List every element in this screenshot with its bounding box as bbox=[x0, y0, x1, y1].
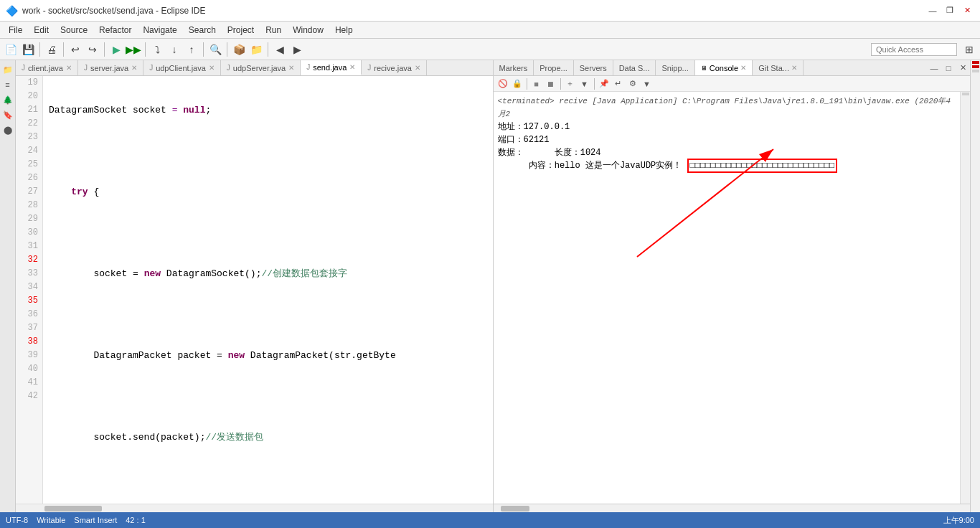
code-content[interactable]: DatagramSocket socket = null; try { sock… bbox=[43, 76, 493, 504]
menu-source[interactable]: Source bbox=[55, 24, 93, 37]
disconnect-btn[interactable]: ⏹ bbox=[545, 77, 557, 90]
code-line-23: socket = new DatagramSocket();//创建数据包套接字 bbox=[49, 267, 487, 280]
run-btn[interactable]: ▶▶ bbox=[126, 42, 141, 57]
menu-bar: File Edit Source Refactor Navigate Searc… bbox=[0, 22, 980, 39]
code-line-27: socket.send(packet);//发送数据包 bbox=[49, 430, 487, 444]
tab-markers[interactable]: Markers bbox=[494, 60, 534, 75]
line-num-30: 30 bbox=[20, 226, 38, 240]
new-btn[interactable]: 📄 bbox=[3, 42, 19, 57]
breakpoint-icon[interactable]: ⬤ bbox=[1, 123, 14, 136]
tab-close-send[interactable]: ✕ bbox=[349, 63, 355, 71]
step-return-btn[interactable]: ↑ bbox=[184, 42, 199, 57]
console-right-gutter bbox=[960, 92, 970, 504]
redo-btn[interactable]: ↪ bbox=[85, 42, 100, 57]
status-smart-insert: Smart Insert bbox=[74, 516, 117, 524]
tab-close-udpserver[interactable]: ✕ bbox=[288, 64, 294, 72]
word-wrap-btn[interactable]: ↵ bbox=[612, 77, 625, 90]
open-console-btn[interactable]: ▼ bbox=[578, 77, 591, 90]
line-num-28: 28 bbox=[20, 199, 38, 212]
bookmark-icon[interactable]: 🔖 bbox=[1, 108, 14, 121]
next-edit-btn[interactable]: ▶ bbox=[289, 42, 305, 57]
tab-snippets[interactable]: Snipp... bbox=[656, 60, 694, 75]
window-controls[interactable]: — ❐ ✕ bbox=[925, 4, 974, 18]
tab-send-java[interactable]: J send.java ✕ bbox=[301, 60, 362, 75]
close-btn[interactable]: ✕ bbox=[960, 4, 974, 18]
tab-servers[interactable]: Servers bbox=[574, 60, 613, 75]
view-menu-btn[interactable]: ▼ bbox=[641, 77, 654, 90]
clear-console-btn[interactable]: 🚫 bbox=[496, 77, 509, 90]
code-line-24 bbox=[49, 308, 487, 321]
tab-close-recive[interactable]: ✕ bbox=[415, 64, 420, 72]
ctb-sep-3 bbox=[594, 78, 595, 90]
tab-git-staging[interactable]: Git Sta... ✕ bbox=[753, 60, 804, 75]
tab-label: client.java bbox=[28, 64, 63, 72]
tab-properties[interactable]: Prope... bbox=[534, 60, 574, 75]
line-num-42: 42 bbox=[20, 390, 38, 403]
maximize-btn[interactable]: ❐ bbox=[943, 4, 957, 18]
menu-refactor[interactable]: Refactor bbox=[93, 24, 137, 37]
minimize-btn[interactable]: — bbox=[925, 4, 940, 18]
tab-client-java[interactable]: J client.java ✕ bbox=[16, 60, 78, 75]
tab-close-server[interactable]: ✕ bbox=[131, 64, 137, 72]
tab-console[interactable]: 🖥 Console ✕ bbox=[695, 60, 753, 75]
tab-close-udpclient[interactable]: ✕ bbox=[209, 64, 215, 72]
tab-server-java[interactable]: J server.java ✕ bbox=[78, 60, 143, 75]
menu-search[interactable]: Search bbox=[183, 24, 222, 37]
hierarchy-icon[interactable]: 🌲 bbox=[1, 93, 14, 106]
minimize-view-btn[interactable]: — bbox=[927, 61, 941, 75]
tab-udpserver-java[interactable]: J udpServer.java ✕ bbox=[221, 60, 301, 75]
package-explorer-icon[interactable]: 📁 bbox=[1, 63, 14, 76]
print-btn[interactable]: 🖨 bbox=[44, 42, 60, 57]
console-scroll-thumb[interactable] bbox=[501, 506, 529, 512]
console-settings-btn[interactable]: ⚙ bbox=[626, 77, 639, 90]
menu-run[interactable]: Run bbox=[260, 24, 287, 37]
line-num-24: 24 bbox=[20, 144, 38, 158]
tab-recive-java[interactable]: J recive.java ✕ bbox=[362, 60, 427, 75]
java-file-icon-6: J bbox=[367, 64, 371, 72]
scroll-thumb[interactable] bbox=[44, 506, 102, 512]
menu-project[interactable]: Project bbox=[222, 24, 260, 37]
tab-udpclient-java[interactable]: J udpClient.java ✕ bbox=[143, 60, 221, 75]
prev-edit-btn[interactable]: ◀ bbox=[272, 42, 288, 57]
console-terminated-text: <terminated> recive [Java Application] C… bbox=[498, 95, 956, 121]
java-file-icon: J bbox=[22, 64, 25, 72]
toolbar-sep-1 bbox=[39, 42, 40, 57]
save-btn[interactable]: 💾 bbox=[20, 42, 36, 57]
editor-scrollbar[interactable] bbox=[16, 504, 493, 512]
terminate-btn[interactable]: ■ bbox=[530, 77, 543, 90]
step-over-btn[interactable]: ⤵ bbox=[149, 42, 165, 57]
undo-btn[interactable]: ↩ bbox=[67, 42, 83, 57]
menu-navigate[interactable]: Navigate bbox=[137, 24, 182, 37]
tab-git-close[interactable]: ✕ bbox=[791, 64, 797, 72]
maximize-view-btn[interactable]: □ bbox=[941, 61, 956, 75]
console-content[interactable]: <terminated> recive [Java Application] C… bbox=[494, 92, 961, 504]
debug-btn[interactable]: ▶ bbox=[108, 42, 124, 57]
tab-data-source[interactable]: Data S... bbox=[613, 60, 656, 75]
console-scrollbar[interactable] bbox=[494, 504, 971, 512]
outline-icon[interactable]: ≡ bbox=[1, 78, 14, 91]
menu-help[interactable]: Help bbox=[329, 24, 359, 37]
code-editor[interactable]: 19 20 21 22 23 24 25 26 27 28 29 30 31 3… bbox=[16, 76, 493, 504]
quick-access-input[interactable] bbox=[871, 43, 957, 56]
tab-label: recive.java bbox=[374, 64, 412, 72]
open-type-btn[interactable]: 📦 bbox=[231, 42, 247, 57]
ctb-sep-2 bbox=[560, 78, 561, 90]
menu-window[interactable]: Window bbox=[287, 24, 329, 37]
menu-edit[interactable]: Edit bbox=[28, 24, 55, 37]
scroll-lock-btn[interactable]: 🔒 bbox=[511, 77, 524, 90]
menu-file[interactable]: File bbox=[3, 24, 28, 37]
close-view-btn[interactable]: ✕ bbox=[956, 61, 970, 75]
java-file-icon-2: J bbox=[84, 64, 88, 72]
right-tabs: Markers Prope... Servers Data S... Snipp… bbox=[494, 60, 971, 76]
tab-console-close[interactable]: ✕ bbox=[740, 64, 746, 72]
tab-close-client[interactable]: ✕ bbox=[66, 64, 72, 72]
open-res-btn[interactable]: 📁 bbox=[248, 42, 264, 57]
search-btn[interactable]: 🔍 bbox=[207, 42, 223, 57]
toolbar-sep-3 bbox=[104, 42, 105, 57]
open-perspective-btn[interactable]: ⊞ bbox=[961, 42, 977, 57]
pin-console-btn[interactable]: 📌 bbox=[598, 77, 611, 90]
new-console-btn[interactable]: ＋ bbox=[564, 77, 577, 90]
right-tab-controls: — □ ✕ bbox=[927, 60, 970, 75]
line-num-37: 37 bbox=[20, 321, 38, 335]
step-into-btn[interactable]: ↓ bbox=[166, 42, 182, 57]
